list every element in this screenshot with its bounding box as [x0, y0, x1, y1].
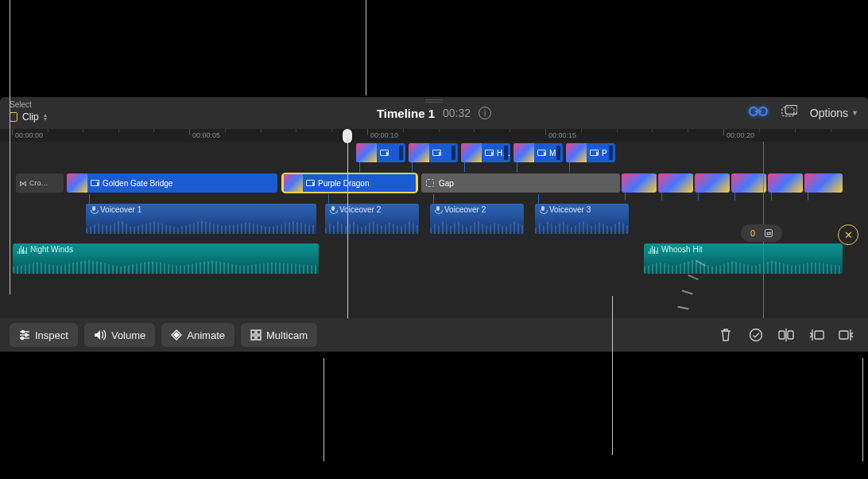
svg-rect-14 — [257, 336, 261, 340]
voiceover-clip[interactable]: Voiceover 2 — [430, 204, 524, 234]
connected-clip[interactable]: P — [566, 143, 615, 162]
enable-button[interactable] — [742, 323, 769, 347]
svg-rect-11 — [251, 330, 255, 334]
jog-value-pill[interactable]: 0 ⇄ — [741, 224, 782, 242]
ruler-label: 00:00:20 — [727, 131, 754, 139]
trim-end-button[interactable] — [833, 323, 860, 347]
connected-clip[interactable] — [356, 143, 405, 162]
svg-point-8 — [25, 333, 27, 336]
svg-rect-4 — [785, 106, 797, 115]
video-clip[interactable] — [658, 173, 693, 193]
info-icon[interactable]: i — [479, 107, 491, 119]
grid-icon — [250, 329, 262, 341]
callout-leader — [862, 358, 863, 461]
swap-icon: ⇄ — [765, 229, 773, 237]
chevron-down-icon: ▼ — [851, 109, 858, 117]
voiceover-clip[interactable]: Voiceover 3 — [535, 204, 629, 234]
primary-storyline-lane: ⋈Cro…Golden Gate BridgePurple DragonGap — [0, 172, 868, 194]
svg-point-10 — [21, 337, 23, 339]
connected-clip[interactable]: Hap — [461, 143, 510, 162]
callout-leader — [10, 0, 10, 294]
svg-rect-17 — [788, 331, 793, 339]
transition-clip[interactable]: ⋈Cro… — [16, 173, 64, 193]
ruler-label: 00:00:05 — [192, 131, 220, 139]
svg-rect-16 — [779, 331, 785, 339]
delete-button[interactable] — [712, 323, 739, 347]
svg-rect-12 — [257, 330, 261, 334]
connected-clip[interactable] — [409, 143, 458, 162]
svg-point-15 — [750, 329, 762, 341]
split-button[interactable] — [773, 323, 800, 347]
gap-icon — [426, 179, 434, 187]
select-label: Select — [10, 100, 32, 109]
video-clip[interactable]: Golden Gate Bridge — [67, 173, 277, 193]
select-mode-value: Clip — [22, 111, 39, 123]
options-menu[interactable]: Options ▼ — [810, 107, 858, 119]
time-ruler[interactable]: 00:00:0000:00:0500:00:1000:00:1500:00:20 — [0, 129, 868, 142]
jog-value: 0 — [750, 228, 755, 238]
voiceover-lane: Voiceover 1Voiceover 2Voiceover 2Voiceov… — [0, 204, 868, 234]
animate-button[interactable]: Animate — [161, 323, 234, 347]
ruler-label: 00:00:00 — [15, 131, 43, 139]
proxies-icon[interactable] — [781, 105, 797, 121]
sliders-icon — [19, 329, 30, 341]
tracks-area[interactable]: HapMP ⋈Cro…Golden Gate BridgePurple Drag… — [0, 142, 868, 318]
trim-start-button[interactable] — [803, 323, 830, 347]
ruler-label: 00:00:10 — [370, 131, 398, 139]
bottom-toolbar: Inspect Volume Animate Multicam — [0, 318, 868, 352]
speaker-icon — [94, 329, 107, 341]
keyframe-icon — [171, 329, 182, 341]
svg-rect-20 — [839, 331, 848, 339]
timeline-timecode: 00:32 — [443, 107, 471, 119]
ruler-label: 00:00:15 — [548, 131, 576, 139]
svg-rect-19 — [815, 331, 823, 339]
drag-handle-icon[interactable] — [425, 99, 443, 103]
video-clip[interactable] — [622, 173, 657, 193]
volume-button[interactable]: Volume — [84, 323, 155, 347]
callout-leader — [612, 296, 613, 455]
clip-icon — [10, 112, 17, 122]
bowtie-icon: ⋈ — [19, 179, 27, 188]
svg-rect-13 — [251, 336, 255, 340]
svg-point-6 — [21, 330, 24, 333]
inspect-button[interactable]: Inspect — [10, 323, 78, 347]
timeline-title: Timeline 1 — [377, 107, 435, 120]
options-label: Options — [810, 107, 848, 119]
connected-storyline-lane: HapMP — [0, 143, 868, 162]
video-clip[interactable] — [695, 173, 730, 193]
svg-rect-3 — [782, 107, 794, 116]
jog-close-button[interactable]: ✕ — [838, 224, 858, 245]
callout-leader — [324, 358, 324, 461]
music-lane: Night WindsWhoosh Hit — [0, 243, 868, 274]
voiceover-clip[interactable]: Voiceover 2 — [325, 204, 419, 234]
timeline-panel: Select Clip ▴▾ Timeline 1 00:32 i Opt — [0, 97, 868, 352]
timeline-header: Select Clip ▴▾ Timeline 1 00:32 i Opt — [0, 97, 868, 129]
connected-clip[interactable]: M — [513, 143, 563, 162]
linked-clips-icon[interactable] — [748, 105, 769, 122]
chevron-updown-icon: ▴▾ — [44, 113, 47, 121]
jog-wheel[interactable]: 0 ⇄ ✕ — [754, 181, 868, 341]
multicam-button[interactable]: Multicam — [241, 323, 317, 347]
music-clip[interactable]: Night Winds — [13, 243, 319, 274]
callout-leader — [366, 0, 366, 95]
gap-clip[interactable]: Gap — [421, 173, 620, 193]
select-mode-dropdown[interactable]: Clip ▴▾ — [10, 111, 47, 123]
playhead-line — [347, 138, 348, 318]
voiceover-clip[interactable]: Voiceover 1 — [86, 204, 316, 234]
video-clip[interactable]: Purple Dragon — [282, 173, 417, 193]
